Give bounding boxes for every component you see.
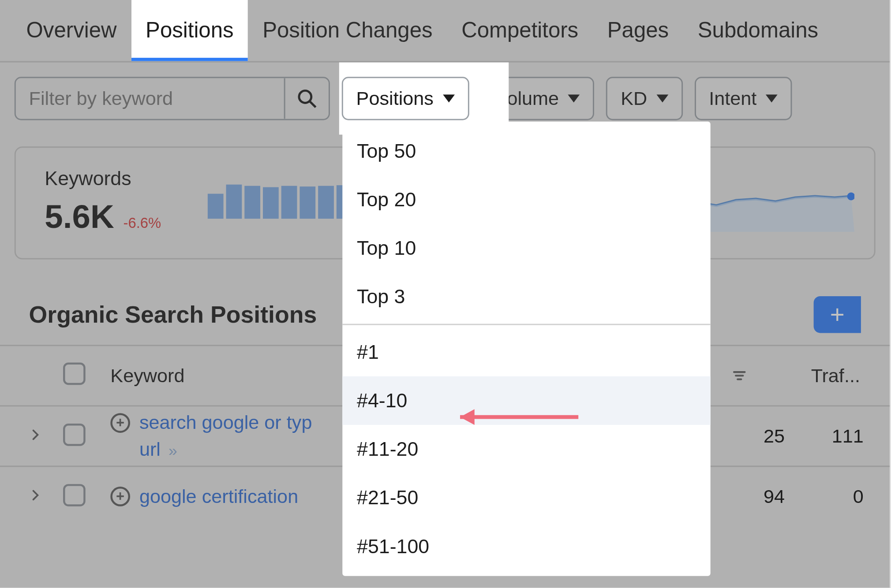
dropdown-item[interactable]: #21-50 xyxy=(342,473,710,522)
chevron-down-icon xyxy=(568,95,580,103)
svg-point-0 xyxy=(299,91,311,103)
add-button[interactable]: + xyxy=(814,296,861,333)
positions-filter-label: Positions xyxy=(356,88,434,109)
intent-filter[interactable]: Intent xyxy=(694,77,792,120)
sort-icon[interactable] xyxy=(732,368,747,383)
search-icon xyxy=(296,88,318,109)
select-all-checkbox[interactable] xyxy=(63,362,86,385)
svg-line-1 xyxy=(310,101,316,107)
keyword-search xyxy=(15,77,330,120)
tab-position-changes[interactable]: Position Changes xyxy=(248,0,447,61)
dropdown-item[interactable]: Top 3 xyxy=(342,272,710,321)
keywords-label: Keywords xyxy=(45,167,189,190)
keyword-link-suffix[interactable]: url xyxy=(139,439,161,460)
chevron-down-icon xyxy=(766,95,778,103)
keyword-link[interactable]: google certification xyxy=(139,486,298,507)
tab-competitors[interactable]: Competitors xyxy=(447,0,593,61)
kd-filter-label: KD xyxy=(621,88,647,109)
tab-overview[interactable]: Overview xyxy=(12,0,131,61)
dropdown-item[interactable]: #1 xyxy=(342,328,710,376)
kd-filter[interactable]: KD xyxy=(606,77,682,120)
dropdown-item[interactable]: Top 10 xyxy=(342,224,710,272)
add-keyword-icon[interactable]: + xyxy=(110,413,130,432)
keywords-change: -6.6% xyxy=(124,215,161,232)
row-checkbox[interactable] xyxy=(63,484,86,506)
positions-dropdown: Top 50Top 20Top 10Top 3#1#4-10#11-20#21-… xyxy=(342,122,710,576)
tabs-bar: Overview Positions Position Changes Comp… xyxy=(0,0,890,63)
dropdown-item[interactable]: #51-100 xyxy=(342,522,710,571)
tab-subdomains[interactable]: Subdomains xyxy=(683,0,833,61)
row-checkbox[interactable] xyxy=(63,424,86,446)
double-chevron-icon: » xyxy=(168,441,175,459)
intent-filter-label: Intent xyxy=(709,88,756,109)
section-title: Organic Search Positions xyxy=(29,301,317,328)
cell-value: 0 xyxy=(811,486,890,507)
traffic-line-chart xyxy=(696,186,854,232)
keyword-link[interactable]: search google or typ xyxy=(139,412,312,433)
tab-pages[interactable]: Pages xyxy=(593,0,683,61)
dropdown-item[interactable]: Top 50 xyxy=(342,127,710,175)
expand-row-icon[interactable] xyxy=(29,489,42,502)
dropdown-item[interactable]: Top 20 xyxy=(342,175,710,224)
positions-filter[interactable]: Positions xyxy=(342,77,469,120)
cell-value: 111 xyxy=(811,425,890,447)
chevron-down-icon xyxy=(443,95,455,103)
keywords-value: 5.6K xyxy=(45,197,114,235)
add-keyword-icon[interactable]: + xyxy=(110,487,130,506)
expand-row-icon[interactable] xyxy=(29,428,42,441)
col-traffic[interactable]: Traf... xyxy=(811,365,860,387)
dropdown-item[interactable]: #11-20 xyxy=(342,425,710,473)
tab-positions[interactable]: Positions xyxy=(131,0,248,61)
search-button[interactable] xyxy=(284,78,329,119)
cell-value: 94 xyxy=(732,486,811,507)
col-keyword[interactable]: Keyword xyxy=(110,365,184,387)
dropdown-item[interactable]: #4-10 xyxy=(342,376,710,425)
chevron-down-icon xyxy=(656,95,668,103)
keyword-search-input[interactable] xyxy=(16,88,284,109)
cell-value: 25 xyxy=(732,425,811,447)
